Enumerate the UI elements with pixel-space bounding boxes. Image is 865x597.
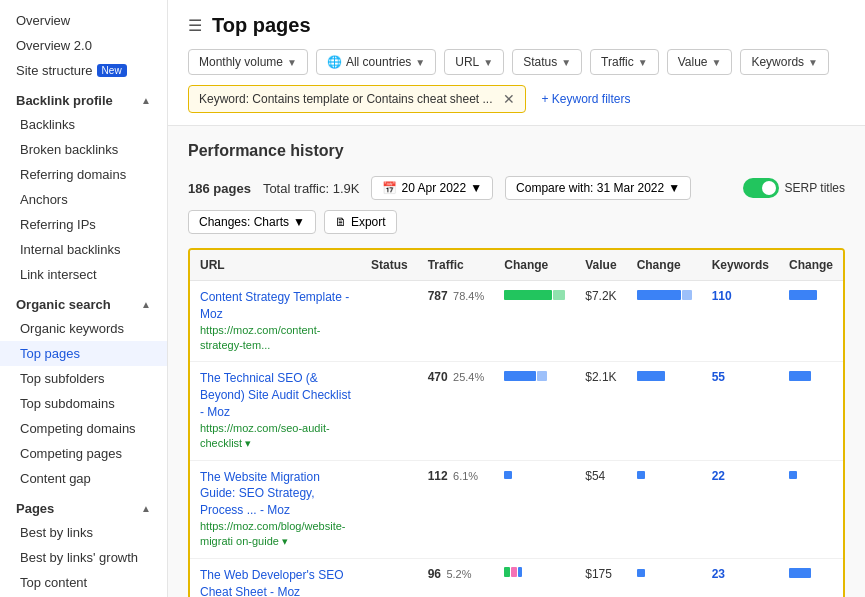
sidebar-section-backlink[interactable]: Backlink profile ▲ (0, 83, 167, 112)
sidebar-section-pages[interactable]: Pages ▲ (0, 491, 167, 520)
sidebar-item-overview2[interactable]: Overview 2.0 (0, 33, 167, 58)
changes-row: Changes: Charts ▼ 🗎 Export (188, 210, 845, 234)
monthly-volume-filter[interactable]: Monthly volume ▼ (188, 49, 308, 75)
sidebar-item-content-gap[interactable]: Content gap (0, 466, 167, 491)
col-value: Value (575, 250, 626, 281)
url-link-2[interactable]: https://moz.com/seo-audit-checklist ▾ (200, 421, 351, 452)
hamburger-icon[interactable]: ☰ (188, 16, 202, 35)
bar-segment (637, 290, 681, 300)
keywords-cell-1: 110 (702, 281, 779, 362)
traffic-cell-1: 787 78.4% (418, 281, 495, 362)
bar-segment (504, 471, 512, 479)
date-selector[interactable]: 📅 20 Apr 2022 ▼ (371, 176, 493, 200)
sidebar-item-best-by-links-growth[interactable]: Best by links' growth (0, 545, 167, 570)
sidebar-item-referring-ips[interactable]: Referring IPs (0, 212, 167, 237)
value-filter[interactable]: Value ▼ (667, 49, 733, 75)
pages-count: 186 pages (188, 181, 251, 196)
sidebar: Overview Overview 2.0 Site structure New… (0, 0, 168, 597)
keywords-change-cell-4 (779, 558, 843, 597)
bar-segment (504, 371, 536, 381)
value-change-cell-4 (627, 558, 702, 597)
traffic-change-cell-2 (494, 362, 575, 460)
keywords-filter[interactable]: Keywords ▼ (740, 49, 829, 75)
dropdown-arrow: ▼ (287, 57, 297, 68)
value-cell-4: $175 (575, 558, 626, 597)
globe-icon: 🌐 (327, 55, 342, 69)
all-countries-filter[interactable]: 🌐 All countries ▼ (316, 49, 436, 75)
col-url: URL (190, 250, 361, 281)
compare-selector[interactable]: Compare with: 31 Mar 2022 ▼ (505, 176, 691, 200)
url-title-2[interactable]: The Technical SEO (& Beyond) Site Audit … (200, 370, 351, 420)
page-title: Top pages (212, 14, 311, 37)
sidebar-item-referring-domains[interactable]: Referring domains (0, 162, 167, 187)
sidebar-item-backlinks[interactable]: Backlinks (0, 112, 167, 137)
stats-row: 186 pages Total traffic: 1.9K 📅 20 Apr 2… (188, 176, 845, 200)
traffic-change-cell-1 (494, 281, 575, 362)
bar-segment (637, 371, 665, 381)
url-cell-1: Content Strategy Template - Moz https://… (190, 281, 361, 362)
url-link-3[interactable]: https://moz.com/blog/website-migrati on-… (200, 519, 351, 550)
dropdown-arrow: ▼ (483, 57, 493, 68)
export-button[interactable]: 🗎 Export (324, 210, 397, 234)
sidebar-item-top-subfolders[interactable]: Top subfolders (0, 366, 167, 391)
serp-toggle[interactable] (743, 178, 779, 198)
traffic-bar-1 (504, 289, 565, 301)
active-filter-pill: Keyword: Contains template or Contains c… (188, 85, 526, 113)
url-title-1[interactable]: Content Strategy Template - Moz (200, 289, 351, 323)
sidebar-item-top-content[interactable]: Top content (0, 570, 167, 595)
dropdown-arrow: ▼ (415, 57, 425, 68)
page-title-row: ☰ Top pages (188, 14, 845, 37)
bar-segment (637, 471, 645, 479)
changes-button[interactable]: Changes: Charts ▼ (188, 210, 316, 234)
main-content: ☰ Top pages Monthly volume ▼ 🌐 All count… (168, 0, 865, 597)
bar-segment (537, 371, 547, 381)
main-body: Performance history 186 pages Total traf… (168, 126, 865, 597)
url-filter[interactable]: URL ▼ (444, 49, 504, 75)
sidebar-item-top-subdomains[interactable]: Top subdomains (0, 391, 167, 416)
url-cell-2: The Technical SEO (& Beyond) Site Audit … (190, 362, 361, 460)
dropdown-arrow: ▼ (808, 57, 818, 68)
status-filter[interactable]: Status ▼ (512, 49, 582, 75)
sidebar-section-organic[interactable]: Organic search ▲ (0, 287, 167, 316)
close-filter-btn[interactable]: ✕ (503, 91, 515, 107)
col-keywords: Keywords (702, 250, 779, 281)
keywords-bar-3 (789, 469, 833, 481)
sidebar-item-anchors[interactable]: Anchors (0, 187, 167, 212)
url-title-4[interactable]: The Web Developer's SEO Cheat Sheet - Mo… (200, 567, 351, 597)
url-link-1[interactable]: https://moz.com/content-strategy-tem... (200, 323, 351, 354)
sidebar-item-broken-backlinks[interactable]: Broken backlinks (0, 137, 167, 162)
sidebar-item-competing-pages[interactable]: Competing pages (0, 441, 167, 466)
filter-bar: Monthly volume ▼ 🌐 All countries ▼ URL ▼… (188, 49, 845, 75)
sidebar-item-site-structure[interactable]: Site structure New (0, 58, 167, 83)
status-cell-3 (361, 460, 418, 558)
keywords-change-cell-3 (779, 460, 843, 558)
sidebar-item-best-by-links[interactable]: Best by links (0, 520, 167, 545)
value-change-cell-3 (627, 460, 702, 558)
sidebar-item-link-intersect[interactable]: Link intersect (0, 262, 167, 287)
section-arrow-organic: ▲ (141, 299, 151, 310)
keywords-change-cell-2 (779, 362, 843, 460)
status-cell-2 (361, 362, 418, 460)
bar-segment (789, 471, 797, 479)
keyword-filters-link[interactable]: + Keyword filters (534, 87, 639, 111)
sidebar-item-top-pages[interactable]: Top pages (0, 341, 167, 366)
value-cell-1: $7.2K (575, 281, 626, 362)
value-change-cell-1 (627, 281, 702, 362)
url-title-3[interactable]: The Website Migration Guide: SEO Strateg… (200, 469, 351, 519)
new-badge: New (97, 64, 127, 77)
sidebar-item-internal-backlinks[interactable]: Internal backlinks (0, 237, 167, 262)
bar-segment (511, 567, 517, 577)
table-row: The Web Developer's SEO Cheat Sheet - Mo… (190, 558, 843, 597)
sidebar-item-organic-keywords[interactable]: Organic keywords (0, 316, 167, 341)
bar-segment (518, 567, 522, 577)
keywords-cell-2: 55 (702, 362, 779, 460)
date-arrow: ▼ (470, 181, 482, 195)
section-title: Performance history (188, 142, 845, 160)
value-bar-4 (637, 567, 692, 579)
traffic-bar-4 (504, 567, 565, 577)
status-cell-1 (361, 281, 418, 362)
traffic-filter[interactable]: Traffic ▼ (590, 49, 659, 75)
sidebar-item-competing-domains[interactable]: Competing domains (0, 416, 167, 441)
sidebar-item-overview[interactable]: Overview (0, 8, 167, 33)
serp-toggle-row: SERP titles (743, 178, 845, 198)
